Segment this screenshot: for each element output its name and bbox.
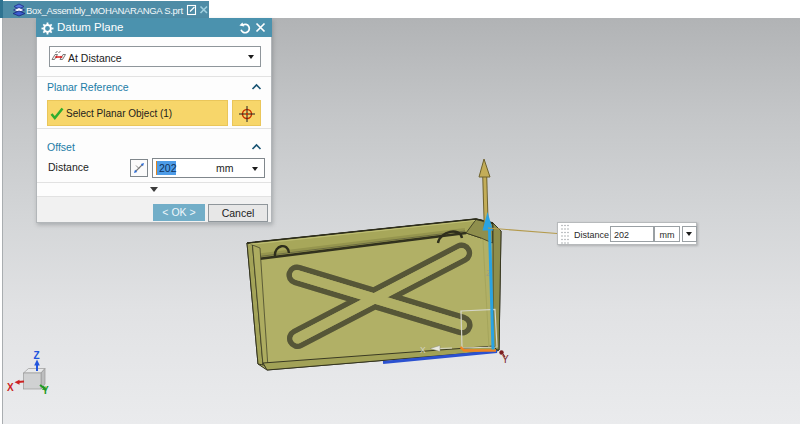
svg-text:Y: Y <box>502 354 509 365</box>
svg-text:Y: Y <box>42 385 49 396</box>
svg-text:Z: Z <box>34 350 40 361</box>
svg-text:X: X <box>7 382 14 393</box>
svg-text:X: X <box>420 345 426 355</box>
